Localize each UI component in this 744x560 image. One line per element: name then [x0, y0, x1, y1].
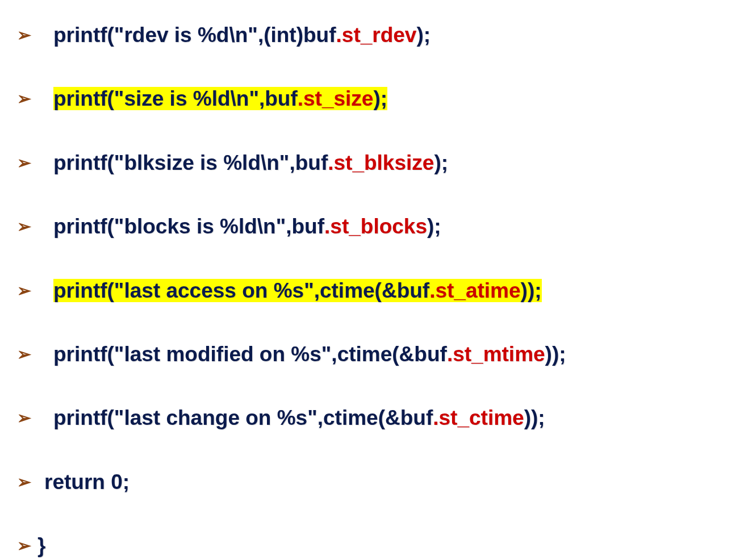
code-content: printf("last change on %s",ctime(&buf.st… [53, 406, 733, 431]
code-segment: printf("rdev is %d\n",(int)buf [53, 23, 336, 47]
bullet-icon: ➢ [17, 408, 34, 428]
slide: ➢printf("rdev is %d\n",(int)buf.st_rdev)… [0, 0, 744, 560]
bullet-icon: ➢ [17, 281, 34, 301]
code-line-7: ➢return 0; [17, 470, 733, 495]
bullet-icon: ➢ [17, 153, 34, 173]
code-segment: .st_ctime [433, 406, 524, 429]
code-text: printf("last access on %s",ctime(&buf.st… [53, 279, 542, 302]
code-segment: printf("last modified on %s",ctime(&buf [53, 342, 447, 366]
code-segment: .st_size [298, 87, 374, 110]
code-segment: .st_blksize [328, 151, 434, 174]
code-content: printf("blocks is %ld\n",buf.st_blocks); [53, 214, 733, 239]
code-segment: printf("last access on %s",ctime(&buf [53, 279, 429, 302]
code-line-8: ➢} [17, 533, 733, 558]
code-content: printf("rdev is %d\n",(int)buf.st_rdev); [53, 23, 733, 48]
code-segment: printf("size is %ld\n",buf [53, 87, 298, 110]
code-segment: printf("blksize is %ld\n",buf [53, 151, 328, 174]
bullet-icon: ➢ [17, 536, 34, 556]
code-segment: printf("last change on %s",ctime(&buf [53, 406, 433, 429]
code-segment: .st_rdev [336, 23, 417, 47]
code-content: printf("last modified on %s",ctime(&buf.… [53, 342, 733, 367]
code-content: return 0; [44, 470, 733, 495]
bullet-icon: ➢ [17, 216, 34, 237]
code-segment: ); [416, 23, 430, 47]
code-segment: .st_blocks [324, 215, 427, 238]
code-line-6: ➢printf("last change on %s",ctime(&buf.s… [17, 406, 733, 431]
code-line-0: ➢printf("rdev is %d\n",(int)buf.st_rdev)… [17, 23, 733, 48]
code-content: printf("last access on %s",ctime(&buf.st… [53, 278, 733, 303]
code-text: return 0; [44, 470, 129, 494]
bullet-icon: ➢ [17, 472, 34, 492]
code-segment: .st_mtime [447, 342, 545, 366]
code-segment: return 0; [44, 470, 129, 494]
code-segment: ); [434, 151, 448, 174]
code-segment: )); [524, 406, 545, 429]
code-text: printf("size is %ld\n",buf.st_size); [53, 87, 387, 110]
code-segment: ); [427, 215, 441, 238]
code-content: } [37, 533, 733, 558]
code-line-4: ➢printf("last access on %s",ctime(&buf.s… [17, 278, 733, 303]
code-content: printf("size is %ld\n",buf.st_size); [53, 86, 733, 111]
code-text: printf("blocks is %ld\n",buf.st_blocks); [53, 215, 441, 238]
code-segment: } [37, 534, 45, 557]
code-text: } [37, 534, 45, 557]
code-text: printf("last change on %s",ctime(&buf.st… [53, 406, 545, 429]
code-line-5: ➢printf("last modified on %s",ctime(&buf… [17, 342, 733, 367]
code-segment: printf("blocks is %ld\n",buf [53, 215, 324, 238]
code-text: printf("rdev is %d\n",(int)buf.st_rdev); [53, 23, 430, 47]
code-segment: )); [521, 279, 542, 302]
code-content: printf("blksize is %ld\n",buf.st_blksize… [53, 151, 733, 175]
code-text: printf("last modified on %s",ctime(&buf.… [53, 342, 566, 366]
code-text: printf("blksize is %ld\n",buf.st_blksize… [53, 151, 448, 174]
code-segment: )); [545, 342, 566, 366]
code-segment: .st_atime [429, 279, 520, 302]
bullet-icon: ➢ [17, 25, 34, 45]
code-line-3: ➢printf("blocks is %ld\n",buf.st_blocks)… [17, 214, 733, 239]
code-segment: ); [373, 87, 387, 110]
bullet-icon: ➢ [17, 89, 34, 109]
code-line-2: ➢printf("blksize is %ld\n",buf.st_blksiz… [17, 151, 733, 175]
code-line-1: ➢printf("size is %ld\n",buf.st_size); [17, 86, 733, 111]
bullet-icon: ➢ [17, 344, 34, 365]
